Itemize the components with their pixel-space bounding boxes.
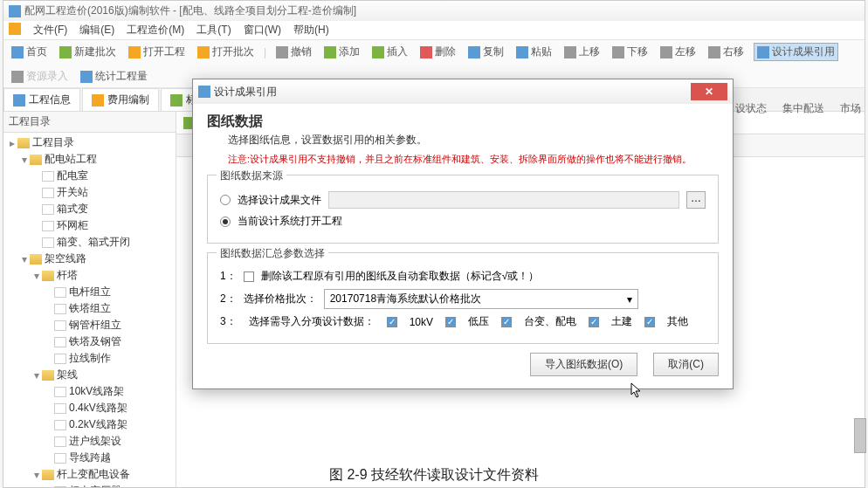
doc-icon [9, 23, 21, 35]
dialog-titlebar[interactable]: 设计成果引用 ✕ [193, 79, 733, 104]
cancel-button[interactable]: 取消(C) [653, 353, 719, 376]
menu-cost[interactable]: 工程造价(M) [127, 23, 184, 38]
tb-openbatch[interactable]: 打开批次 [195, 44, 257, 60]
window-title: 配网工程造价(2016版)编制软件 - [配电、线路全项目划分工程-造价编制] [24, 3, 356, 18]
dialog-subtitle: 选择图纸信息，设置数据引用的相关参数。 [228, 133, 719, 148]
chk-lowv[interactable] [445, 317, 456, 327]
menu-bar: 文件(F) 编辑(E) 工程造价(M) 工具(T) 窗口(W) 帮助(H) [3, 21, 865, 39]
dialog-warning: 注意:设计成果引用不支持撤销，并且之前在标准组件和建筑、安装、拆除界面所做的操作… [228, 153, 719, 166]
dialog-close-button[interactable]: ✕ [691, 83, 727, 100]
browse-button[interactable]: … [686, 191, 706, 209]
frame-params-legend: 图纸数据汇总参数选择 [217, 246, 328, 261]
tb-del[interactable]: 删除 [417, 44, 458, 60]
app-icon [9, 5, 21, 17]
chk-civil[interactable] [589, 317, 599, 327]
mouse-cursor [630, 382, 643, 398]
figure-caption: 图 2-9 技经软件读取设计文件资料 [0, 466, 868, 485]
design-import-dialog: 设计成果引用 ✕ 图纸数据 选择图纸信息，设置数据引用的相关参数。 注意:设计成… [192, 79, 734, 389]
chk-delete-label: 删除该工程原有引用的图纸及自动套取数据（标记含√或！） [261, 269, 540, 284]
radio-current-project[interactable] [220, 217, 231, 227]
tb-designref[interactable]: 设计成果引用 [754, 43, 838, 61]
tb-stats[interactable]: 统计工程量 [78, 68, 150, 85]
tb-undo[interactable]: 撤销 [273, 44, 314, 60]
price-batch-label: 选择价格批次： [244, 292, 317, 306]
menu-window[interactable]: 窗口(W) [244, 23, 281, 38]
price-batch-value: 20170718青海系统默认价格批次 [330, 292, 481, 306]
tab-info[interactable]: 工程信息 [3, 88, 80, 111]
radio-current-project-label: 当前设计系统打开工程 [238, 214, 342, 229]
file-path-field[interactable] [328, 191, 679, 209]
tab-cost[interactable]: 费用编制 [82, 88, 159, 111]
menu-tool[interactable]: 工具(T) [196, 23, 231, 38]
radio-select-file-label: 选择设计成果文件 [238, 193, 321, 208]
tb-left[interactable]: 左移 [658, 44, 699, 60]
tb-insert[interactable]: 插入 [369, 44, 410, 60]
chk-substation[interactable] [501, 317, 512, 327]
dialog-icon [198, 86, 210, 98]
menu-help[interactable]: 帮助(H) [293, 23, 329, 38]
sidebar-title: 工程目录 [3, 112, 176, 133]
frame-source-legend: 图纸数据来源 [217, 168, 286, 183]
import-button[interactable]: 导入图纸数据(O) [530, 353, 637, 376]
chevron-down-icon: ▾ [627, 293, 632, 306]
subitem-label: 选择需导入分项设计数据： [249, 314, 375, 329]
frame-source: 图纸数据来源 选择设计成果文件 … 当前设计系统打开工程 [207, 175, 719, 244]
radio-select-file[interactable] [220, 195, 231, 205]
title-bar: 配网工程造价(2016版)编制软件 - [配电、线路全项目划分工程-造价编制] [3, 1, 865, 21]
chk-10kv[interactable] [387, 317, 397, 327]
dialog-title: 设计成果引用 [214, 85, 691, 100]
tb-paste[interactable]: 粘贴 [513, 44, 555, 60]
project-tree[interactable]: ▸工程目录 ▾配电站工程 配电室 开关站 箱式变 环网柜 箱变、箱式开闭 ▾架空… [3, 133, 176, 487]
tb-openproj[interactable]: 打开工程 [126, 44, 188, 60]
tb-add[interactable]: 添加 [321, 44, 362, 60]
tb-copy[interactable]: 复制 [465, 44, 506, 60]
sidebar: 工程目录 ▸工程目录 ▾配电站工程 配电室 开关站 箱式变 环网柜 箱变、箱式开… [3, 112, 176, 487]
tb-up[interactable]: 上移 [561, 44, 603, 60]
tb-newbatch[interactable]: 新建批次 [57, 44, 119, 60]
price-batch-select[interactable]: 20170718青海系统默认价格批次 ▾ [324, 289, 638, 309]
tb-resimport[interactable]: 资源录入 [9, 68, 71, 85]
chk-delete-existing[interactable] [244, 271, 254, 282]
tb-home[interactable]: 首页 [9, 44, 50, 60]
chk-other[interactable] [644, 317, 655, 327]
tb-right[interactable]: 右移 [706, 44, 747, 60]
dialog-heading: 图纸数据 [207, 113, 719, 131]
tb-down[interactable]: 下移 [610, 44, 651, 60]
frame-params: 图纸数据汇总参数选择 1： 删除该工程原有引用的图纸及自动套取数据（标记含√或！… [207, 252, 719, 344]
menu-file[interactable]: 文件(F) [33, 23, 67, 38]
menu-edit[interactable]: 编辑(E) [79, 23, 114, 38]
